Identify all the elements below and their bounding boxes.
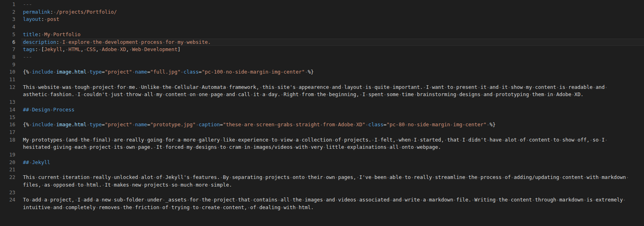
code-line-content[interactable] — [23, 114, 644, 121]
code-line-content[interactable]: ## Jekyll — [23, 159, 644, 166]
code-line-content[interactable]: title: My Portfolio — [23, 31, 644, 39]
line-number[interactable]: 6 — [0, 39, 23, 46]
code-line[interactable]: 24To add a project, I add a new sub-fold… — [0, 196, 644, 211]
code-line[interactable]: 1--- — [0, 1, 644, 8]
whitespace-dot — [90, 84, 93, 90]
code-line[interactable]: 13 — [0, 99, 644, 106]
whitespace-dot — [275, 84, 278, 90]
line-number[interactable]: 5 — [0, 31, 23, 39]
code-line-content[interactable] — [23, 76, 644, 84]
code-line[interactable]: 7tags: [Jekyll, HTML, CSS, Adobe XD, Web… — [0, 46, 644, 53]
line-number[interactable]: 8 — [0, 53, 23, 61]
line-number[interactable]: 19 — [0, 151, 23, 159]
code-line[interactable]: 14## Design Process — [0, 106, 644, 114]
whitespace-dot — [299, 91, 302, 97]
code-token — [132, 69, 135, 75]
line-number[interactable]: 23 — [0, 189, 23, 197]
code-line[interactable]: 11 — [0, 76, 644, 84]
code-editor[interactable]: 1---2permalink: /projects/Portfolio/3lay… — [0, 0, 644, 226]
whitespace-dot — [41, 197, 44, 203]
whitespace-dot — [293, 137, 296, 143]
whitespace-dot — [80, 197, 84, 203]
code-line[interactable]: 2permalink: /projects/Portfolio/ — [0, 8, 644, 16]
code-line[interactable]: 23 — [0, 189, 644, 197]
whitespace-dot — [559, 137, 562, 143]
whitespace-dot — [411, 174, 414, 180]
line-number[interactable]: 12 — [0, 84, 23, 99]
whitespace-dot — [141, 46, 144, 52]
code-line[interactable]: 9 — [0, 61, 644, 69]
code-line-content[interactable] — [23, 99, 644, 106]
line-number[interactable]: 20 — [0, 159, 23, 166]
code-line-content[interactable]: permalink: /projects/Portfolio/ — [23, 8, 644, 16]
whitespace-dot — [626, 174, 629, 180]
line-number[interactable]: 16 — [0, 121, 23, 129]
whitespace-dot — [241, 121, 244, 127]
code-line[interactable]: 6description: I explore the development … — [0, 39, 644, 46]
whitespace-dot — [114, 84, 117, 90]
whitespace-dot — [293, 121, 296, 127]
code-line-content[interactable] — [23, 23, 644, 31]
code-line-content[interactable]: --- — [23, 1, 644, 8]
code-line[interactable]: 3layout: post — [0, 16, 644, 23]
code-line-content[interactable]: tags: [Jekyll, HTML, CSS, Adobe XD, Web … — [23, 46, 644, 53]
code-line[interactable]: 15 — [0, 114, 644, 121]
line-number[interactable]: 9 — [0, 61, 23, 69]
line-number[interactable]: 7 — [0, 46, 23, 53]
code-token: , — [80, 46, 87, 52]
code-line-content[interactable]: {% include image.html type="project" nam… — [23, 121, 644, 129]
code-line-content[interactable] — [23, 129, 644, 136]
line-number[interactable]: 11 — [0, 76, 23, 84]
code-line[interactable]: 12This website was tough project for me.… — [0, 84, 644, 99]
whitespace-dot — [153, 174, 157, 180]
whitespace-dot — [574, 137, 578, 143]
line-number[interactable]: 1 — [0, 1, 23, 8]
code-line[interactable]: 17 — [0, 129, 644, 136]
code-line-content[interactable]: My prototypes (and the final) are really… — [23, 136, 644, 151]
code-line-content[interactable]: This current iteration really unlocked a… — [23, 174, 644, 189]
code-line-content[interactable] — [23, 151, 644, 159]
line-number[interactable]: 13 — [0, 99, 23, 106]
whitespace-dot — [50, 204, 54, 210]
code-line-content[interactable] — [23, 166, 644, 174]
line-number[interactable]: 17 — [0, 129, 23, 136]
code-line-content[interactable]: --- — [23, 53, 644, 61]
line-number[interactable]: 10 — [0, 68, 23, 76]
code-line-content[interactable]: This website was tough project for me. U… — [23, 84, 644, 99]
code-line[interactable]: 18My prototypes (and the final) are real… — [0, 136, 644, 151]
whitespace-dot — [592, 84, 596, 90]
whitespace-dot — [65, 46, 68, 52]
line-number[interactable]: 14 — [0, 106, 23, 114]
whitespace-dot — [305, 69, 308, 75]
line-number[interactable]: 18 — [0, 136, 23, 151]
code-line[interactable]: 8--- — [0, 53, 644, 61]
code-token: This website was tough project for me. U… — [23, 84, 608, 98]
line-number[interactable]: 15 — [0, 114, 23, 121]
line-number[interactable]: 24 — [0, 196, 23, 211]
code-line[interactable]: 20## Jekyll — [0, 159, 644, 166]
code-line-content[interactable]: {% include image.html type="project" nam… — [23, 68, 644, 76]
whitespace-dot — [584, 197, 587, 203]
code-line[interactable]: 10{% include image.html type="project" n… — [0, 68, 644, 76]
line-number[interactable]: 4 — [0, 23, 23, 31]
code-line[interactable]: 16{% include image.html type="project" n… — [0, 121, 644, 129]
line-number[interactable]: 2 — [0, 8, 23, 16]
line-number[interactable]: 3 — [0, 16, 23, 23]
code-text: description: I explore the development p… — [23, 39, 630, 46]
whitespace-dot — [544, 91, 547, 97]
line-number[interactable]: 21 — [0, 166, 23, 174]
code-line-content[interactable]: layout: post — [23, 16, 644, 23]
code-line[interactable]: 21 — [0, 166, 644, 174]
code-line-content[interactable] — [23, 189, 644, 197]
code-line[interactable]: 19 — [0, 151, 644, 159]
code-line-content[interactable] — [23, 61, 644, 69]
code-line[interactable]: 5title: My Portfolio — [0, 31, 644, 39]
code-line-content[interactable]: description: I explore the development p… — [21, 39, 644, 46]
line-number[interactable]: 22 — [0, 174, 23, 189]
code-line-content[interactable]: ## Design Process — [23, 106, 644, 114]
whitespace-dot — [332, 137, 335, 143]
code-line-content[interactable]: To add a project, I add a new sub-folder… — [23, 196, 644, 211]
code-line[interactable]: 4 — [0, 23, 644, 31]
code-token: "pc-80 no-side-margin img-center" — [386, 121, 486, 127]
code-line[interactable]: 22This current iteration really unlocked… — [0, 174, 644, 189]
